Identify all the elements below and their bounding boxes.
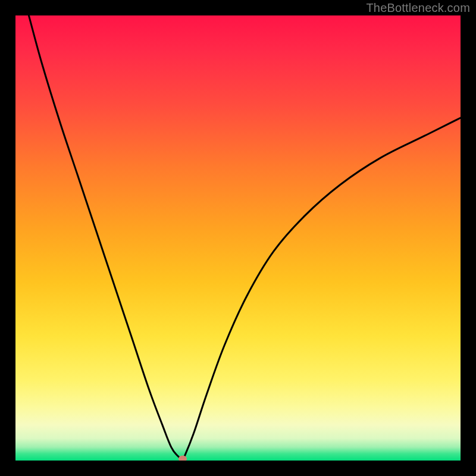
plot-area xyxy=(15,15,461,461)
chart-frame: TheBottleneck.com xyxy=(0,0,476,476)
watermark-text: TheBottleneck.com xyxy=(366,1,470,15)
optimal-point-marker xyxy=(178,456,187,461)
bottleneck-curve xyxy=(15,15,461,461)
